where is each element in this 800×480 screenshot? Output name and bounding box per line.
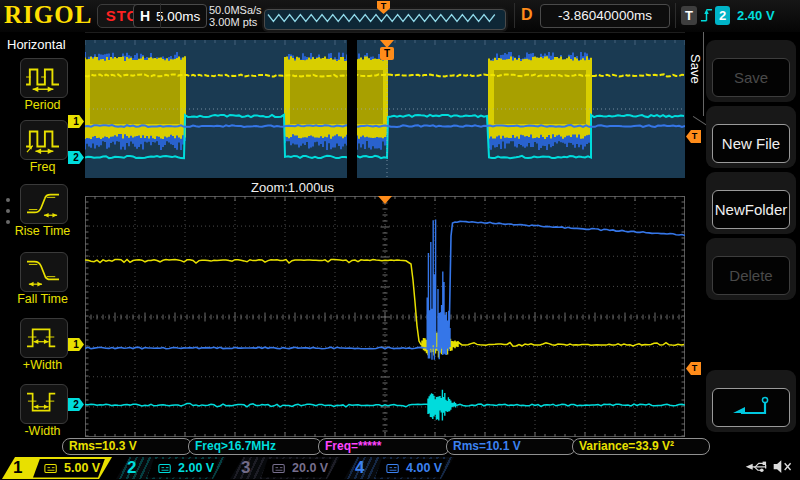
channel-scale-value: 5.00 V xyxy=(64,459,100,478)
channel-scale-box: 4.00 V xyxy=(375,459,447,478)
channel-scale-value: 4.00 V xyxy=(406,459,442,478)
brand-logo: RIGOL xyxy=(4,1,92,29)
measurement-bar: Rms=10.3 VFreq>16.7MHzFreq=*****Rms=10.1… xyxy=(0,437,800,456)
memory-depth: 3.00M pts xyxy=(209,16,262,28)
trigger-label[interactable]: T xyxy=(681,6,697,25)
oscilloscope-screen: RIGOL STOP H 5.00ms 50.0MSa/s 3.00M pts … xyxy=(0,0,800,480)
return-arrow-icon xyxy=(729,389,773,422)
channel-scale-box: 2.00 V xyxy=(147,459,219,478)
menu-item-label: +Width xyxy=(0,358,85,372)
measurement-readout-1: Rms=10.3 V xyxy=(62,438,192,455)
probe-icon xyxy=(386,463,400,474)
zoom-scale-label: Zoom:1.000us xyxy=(251,180,334,195)
menu-title: Horizontal xyxy=(7,37,66,52)
menu-well: NewFolder xyxy=(706,172,796,234)
channel-2-badge[interactable]: 22.00 V xyxy=(116,457,226,479)
channel-4-badge[interactable]: 44.00 V xyxy=(344,457,454,479)
menu-button-label: Delete xyxy=(729,267,772,284)
divider xyxy=(160,3,161,28)
menu-button-delete[interactable]: Delete xyxy=(712,256,790,295)
timebase-label: H xyxy=(140,8,150,24)
save-menu: Save SaveNew FileNewFolderDelete xyxy=(685,32,800,456)
menu-well xyxy=(706,370,796,432)
top-status-bar: RIGOL STOP H 5.00ms 50.0MSa/s 3.00M pts … xyxy=(0,0,800,33)
menu-item-width[interactable]: -Width xyxy=(0,384,85,442)
menu-item-label: Period xyxy=(0,98,85,112)
rising-edge-icon xyxy=(700,6,713,25)
timebase-value: 5.00ms xyxy=(156,9,200,24)
acquisition-info: 50.0MSa/s 3.00M pts xyxy=(209,4,262,28)
timebase-box[interactable]: H 5.00ms xyxy=(133,4,207,28)
probe-icon xyxy=(44,463,58,474)
menu-item-button[interactable] xyxy=(20,58,68,98)
probe-icon xyxy=(272,463,286,474)
menu-item-button[interactable] xyxy=(20,318,68,358)
menu-button-new-file[interactable]: New File xyxy=(712,124,790,163)
channel-scale-value: 20.0 V xyxy=(292,459,328,478)
menu-item-rise-time[interactable]: Rise Time xyxy=(0,184,85,242)
menu-button-newfolder[interactable]: NewFolder xyxy=(712,190,790,229)
menu-item-button[interactable] xyxy=(20,184,68,224)
menu-item-button[interactable] xyxy=(20,384,68,424)
menu-item-period[interactable]: Period xyxy=(0,58,85,116)
menu-button-label: Save xyxy=(734,69,768,86)
channel-scale-box: 20.0 V xyxy=(261,459,333,478)
speaker-muted-icon[interactable] xyxy=(772,459,794,476)
trigger-source-badge[interactable]: 2 xyxy=(715,6,730,25)
divider xyxy=(514,3,515,28)
menu-item-button[interactable] xyxy=(20,252,68,292)
channel-scale-box: 5.00 V xyxy=(33,459,105,478)
sample-rate: 50.0MSa/s xyxy=(209,4,262,16)
zoom-trigger-position-marker[interactable] xyxy=(378,196,392,204)
menu-tab-outline xyxy=(703,32,704,116)
main-waveform-window xyxy=(85,40,685,178)
channel-number: 4 xyxy=(355,457,364,479)
channel-1-badge[interactable]: 15.00 V xyxy=(2,457,112,479)
measurement-readout-5: Variance=33.9 V² xyxy=(572,438,710,455)
channel-number: 2 xyxy=(127,457,136,479)
menu-well: Delete xyxy=(706,238,796,300)
channel-number: 1 xyxy=(13,457,22,479)
waveform-preview-bar[interactable]: T xyxy=(264,9,506,30)
delay-label: D xyxy=(521,6,533,24)
menu-item-button[interactable] xyxy=(20,120,68,160)
measurement-readout-4: Rms=10.1 V xyxy=(446,438,576,455)
zoom-scale-strip: Zoom:1.000us xyxy=(85,178,685,196)
probe-icon xyxy=(158,463,172,474)
menu-well: Save xyxy=(706,40,796,102)
menu-button-label: New File xyxy=(722,135,780,152)
menu-button-save[interactable]: Save xyxy=(712,58,790,97)
trigger-level: 2.40 V xyxy=(737,8,775,23)
channel-3-badge[interactable]: 320.0 V xyxy=(230,457,340,479)
measurement-readout-3: Freq=***** xyxy=(318,438,450,455)
channel-number: 3 xyxy=(241,457,250,479)
divider xyxy=(675,3,676,28)
trigger-position-flag[interactable]: T xyxy=(380,47,394,60)
menu-button-label: NewFolder xyxy=(715,201,788,218)
delay-value: -3.86040000ms xyxy=(540,4,670,28)
measurement-readout-2: Freq>16.7MHz xyxy=(188,438,322,455)
horizontal-measure-menu: Horizontal PeriodFreqRise TimeFall Time+… xyxy=(0,32,85,456)
menu-button-return[interactable] xyxy=(712,388,790,427)
menu-item-label: Rise Time xyxy=(0,224,85,238)
menu-item-freq[interactable]: Freq xyxy=(0,120,85,178)
menu-tab-label: Save xyxy=(688,54,703,84)
usb-icon xyxy=(744,459,770,476)
menu-well: New File xyxy=(706,106,796,168)
menu-item-label: Fall Time xyxy=(0,292,85,306)
menu-item-fall-time[interactable]: Fall Time xyxy=(0,252,85,310)
channel-status-bar: 15.00 V22.00 V320.0 V44.00 V xyxy=(0,456,800,480)
channel-scale-value: 2.00 V xyxy=(178,459,214,478)
menu-item-label: -Width xyxy=(0,424,85,438)
zoom-waveform-window xyxy=(85,196,685,437)
